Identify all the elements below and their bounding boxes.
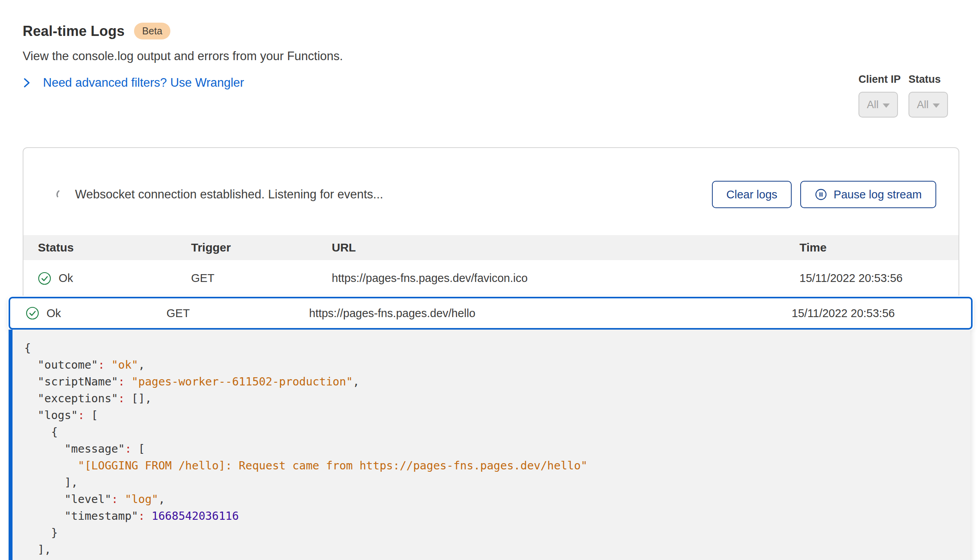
client-ip-filter-group: Client IP All: [858, 73, 901, 118]
trigger-value: GET: [166, 307, 309, 320]
client-ip-filter-value: All: [867, 99, 878, 111]
status-filter-label: Status: [908, 73, 948, 86]
json-log-output: { "outcome": "ok", "scriptName": "pages-…: [9, 330, 970, 560]
expanded-log-entry: Ok GET https://pages-fns.pages.dev/hello…: [9, 297, 973, 560]
wrangler-advanced-filters-link[interactable]: Need advanced filters? Use Wrangler: [23, 76, 244, 90]
clear-logs-button[interactable]: Clear logs: [712, 181, 792, 208]
page-title: Real-time Logs: [23, 23, 125, 39]
toolbar-buttons: Clear logs Pause log stream: [712, 181, 936, 208]
status-filter-group: Status All: [908, 73, 948, 118]
spinner-icon: [55, 189, 66, 200]
column-header-time: Time: [799, 241, 959, 254]
caret-down-icon: [933, 103, 940, 108]
url-value: https://pages-fns.pages.dev/hello: [309, 307, 792, 320]
wrangler-link-label: Need advanced filters? Use Wrangler: [43, 76, 244, 90]
pause-log-stream-label: Pause log stream: [833, 188, 922, 201]
status-value: Ok: [46, 307, 61, 320]
pause-log-stream-button[interactable]: Pause log stream: [800, 181, 936, 208]
websocket-status: Websocket connection established. Listen…: [55, 187, 383, 202]
url-value: https://pages-fns.pages.dev/favicon.ico: [332, 272, 799, 285]
time-value: 15/11/2022 20:53:56: [792, 307, 971, 320]
page-header: Real-time Logs Beta: [23, 23, 170, 39]
logs-toolbar: Websocket connection established. Listen…: [23, 181, 959, 208]
page-subtitle: View the console.log output and errors f…: [23, 49, 343, 63]
check-circle-icon: [38, 272, 51, 285]
column-header-url: URL: [332, 241, 799, 254]
log-row-favicon[interactable]: Ok GET https://pages-fns.pages.dev/favic…: [23, 260, 959, 296]
beta-badge: Beta: [134, 23, 170, 39]
log-filters: Client IP All Status All: [858, 73, 948, 118]
clear-logs-label: Clear logs: [726, 188, 778, 201]
trigger-value: GET: [191, 272, 332, 285]
status-value: Ok: [59, 272, 73, 285]
chevron-right-icon: [23, 76, 31, 89]
log-row-hello-selected[interactable]: Ok GET https://pages-fns.pages.dev/hello…: [9, 297, 973, 330]
column-header-status: Status: [38, 241, 191, 254]
check-circle-icon: [26, 307, 39, 320]
status-cell: Ok: [38, 272, 191, 285]
status-cell: Ok: [26, 307, 166, 320]
column-header-trigger: Trigger: [191, 241, 332, 254]
client-ip-filter-label: Client IP: [858, 73, 901, 86]
client-ip-filter-select[interactable]: All: [858, 92, 898, 118]
caret-down-icon: [883, 103, 890, 108]
websocket-status-message: Websocket connection established. Listen…: [75, 187, 383, 202]
status-filter-value: All: [917, 99, 929, 111]
pause-icon: [815, 188, 827, 201]
status-filter-select[interactable]: All: [908, 92, 948, 118]
log-table-header: Status Trigger URL Time: [23, 235, 959, 260]
time-value: 15/11/2022 20:53:56: [799, 272, 959, 285]
